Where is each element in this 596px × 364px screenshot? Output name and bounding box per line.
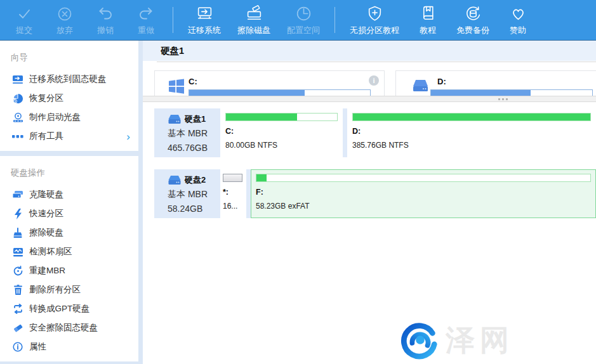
usage-bar bbox=[430, 89, 593, 96]
disk-operations-section: 硬盘操作 克隆硬盘 快速分区 擦除硬盘 bbox=[0, 156, 138, 361]
zewang-logo-icon bbox=[400, 321, 439, 360]
info-icon[interactable]: i bbox=[369, 75, 379, 86]
sidebar-item-bootable-cd[interactable]: 制作启动光盘 bbox=[0, 108, 138, 127]
allocate-icon bbox=[295, 4, 312, 23]
rebuild-mbr-icon bbox=[12, 265, 23, 276]
partition-f-selected[interactable]: F: 58.23GB exFAT bbox=[251, 169, 596, 218]
undo-button[interactable]: 撤销 bbox=[85, 0, 126, 40]
disk-tab-band: 硬盘1 bbox=[143, 41, 596, 61]
delete-partitions-icon bbox=[12, 284, 23, 296]
sidebar-item-properties[interactable]: 属性 bbox=[0, 337, 138, 356]
disk-row-2: 硬盘2 基本 MBR 58.24GB *: 16... bbox=[154, 169, 596, 218]
discard-icon bbox=[56, 4, 73, 23]
usage-bar bbox=[189, 89, 371, 96]
disk-map-area: 硬盘1 基本 MBR 465.76GB C: 80.00GB NTFS bbox=[143, 102, 596, 218]
disk-size: 58.24GB bbox=[168, 204, 220, 214]
disk-type: 基本 MBR bbox=[168, 189, 220, 200]
undo-icon bbox=[97, 4, 114, 23]
sidebar-item-secure-erase-ssd[interactable]: 安全擦除固态硬盘 bbox=[0, 318, 138, 337]
wipe-disk-button[interactable]: 擦除磁盘 bbox=[229, 0, 279, 40]
tab-disk1[interactable]: 硬盘1 bbox=[143, 41, 202, 61]
allocate-space-button[interactable]: 配置空间 bbox=[279, 0, 328, 40]
overview-card-d[interactable]: D: bbox=[395, 70, 596, 96]
section-title: 向导 bbox=[0, 47, 138, 70]
partition-unnamed[interactable]: *: 16... bbox=[220, 169, 246, 218]
migrate-os-icon bbox=[196, 4, 213, 23]
disk-row-1: 硬盘1 基本 MBR 465.76GB C: 80.00GB NTFS bbox=[154, 108, 596, 157]
splitter bbox=[143, 96, 596, 102]
windows-logo-icon bbox=[168, 78, 185, 94]
usage-bar bbox=[225, 113, 338, 121]
disk-icon bbox=[168, 114, 182, 124]
shield-plus-icon bbox=[366, 4, 383, 23]
quick-partition-icon bbox=[12, 208, 23, 219]
discard-button[interactable]: 放弃 bbox=[44, 0, 85, 40]
partition-d[interactable]: D: 385.76GB NTFS bbox=[347, 108, 596, 157]
sidebar: 向导 迁移系统到固态硬盘 恢复分区 制作启动光盘 bbox=[0, 41, 143, 364]
usage-bar bbox=[352, 113, 591, 121]
sidebar-item-clone-disk[interactable]: 克隆硬盘 bbox=[0, 185, 138, 204]
toolbar-separator bbox=[334, 7, 335, 33]
usage-bar bbox=[223, 174, 242, 182]
backup-icon bbox=[465, 4, 482, 23]
redo-button[interactable]: 重做 bbox=[126, 0, 166, 40]
toolbar: 提交 放弃 撤销 重做 迁移系统 擦除磁盘 配置空间 无损分区教程 bbox=[0, 0, 596, 41]
divider bbox=[157, 62, 596, 62]
main-panel: 硬盘1 C: i D: bbox=[143, 41, 596, 364]
disk-type: 基本 MBR bbox=[168, 128, 220, 140]
disk2-header[interactable]: 硬盘2 基本 MBR 58.24GB bbox=[154, 169, 220, 218]
sidebar-item-delete-all-partitions[interactable]: 删除所有分区 bbox=[0, 280, 138, 299]
watermark: 泽网 bbox=[400, 321, 514, 360]
convert-gpt-icon bbox=[12, 303, 23, 315]
sidebar-item-bad-sector[interactable]: 检测坏扇区 bbox=[0, 242, 138, 261]
bad-sector-icon bbox=[12, 246, 23, 257]
sidebar-item-quick-partition[interactable]: 快速分区 bbox=[0, 204, 138, 223]
section-title: 硬盘操作 bbox=[0, 162, 138, 185]
chevron-right-icon: › bbox=[126, 131, 130, 142]
erase-disk-icon bbox=[12, 227, 23, 238]
redo-icon bbox=[138, 4, 154, 23]
submit-button[interactable]: 提交 bbox=[4, 0, 44, 40]
disk-size: 465.76GB bbox=[168, 143, 220, 153]
migrate-os-button[interactable]: 迁移系统 bbox=[180, 0, 229, 40]
properties-icon bbox=[12, 341, 23, 353]
tutorial-button[interactable]: 教程 bbox=[407, 0, 448, 40]
bootable-cd-icon bbox=[12, 112, 23, 123]
sidebar-item-all-tools[interactable]: 所有工具 › bbox=[0, 127, 138, 146]
partition-tutorial-button[interactable]: 无损分区教程 bbox=[341, 0, 407, 40]
free-backup-button[interactable]: 免费备份 bbox=[448, 0, 498, 40]
disk-icon bbox=[168, 175, 182, 185]
overview-card-c[interactable]: C: i bbox=[154, 70, 385, 96]
disk1-header[interactable]: 硬盘1 基本 MBR 465.76GB bbox=[154, 108, 220, 157]
recover-partition-icon bbox=[12, 93, 23, 104]
sidebar-item-recover-partition[interactable]: 恢复分区 bbox=[0, 89, 138, 108]
drive-icon bbox=[412, 79, 429, 93]
book-icon bbox=[420, 4, 437, 23]
heart-icon bbox=[510, 4, 527, 23]
secure-erase-icon bbox=[12, 322, 23, 334]
sidebar-item-erase-disk[interactable]: 擦除硬盘 bbox=[0, 223, 138, 242]
donate-button[interactable]: 赞助 bbox=[498, 0, 538, 40]
sidebar-item-rebuild-mbr[interactable]: 重建MBR bbox=[0, 261, 138, 280]
migrate-ssd-icon bbox=[12, 74, 23, 85]
clone-disk-icon bbox=[12, 189, 23, 200]
splitter-handle[interactable] bbox=[498, 98, 508, 100]
usage-bar bbox=[256, 174, 591, 182]
sidebar-item-convert-gpt[interactable]: 转换成GPT硬盘 bbox=[0, 299, 138, 318]
sidebar-item-migrate-ssd[interactable]: 迁移系统到固态硬盘 bbox=[0, 70, 138, 89]
watermark-text: 泽网 bbox=[446, 321, 514, 360]
wipe-disk-icon bbox=[246, 4, 263, 23]
partition-c[interactable]: C: 80.00GB NTFS bbox=[220, 108, 343, 157]
all-tools-icon bbox=[12, 131, 23, 142]
wizard-section: 向导 迁移系统到固态硬盘 恢复分区 制作启动光盘 bbox=[0, 41, 138, 151]
partition-overview-strip: C: i D: bbox=[143, 61, 596, 96]
check-icon bbox=[16, 4, 32, 23]
toolbar-separator bbox=[173, 7, 173, 33]
